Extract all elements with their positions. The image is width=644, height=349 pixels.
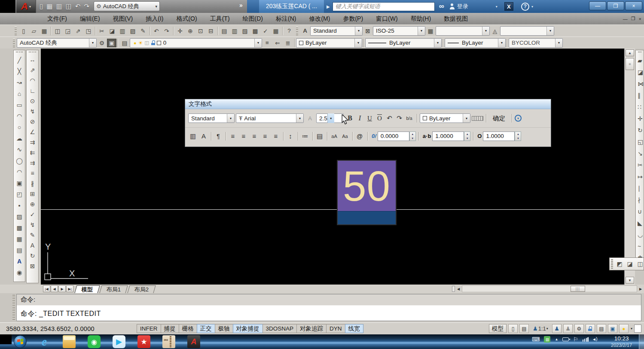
dimension-button-8[interactable]: ∠ xyxy=(28,127,37,137)
model-space-button[interactable]: 模型 xyxy=(489,324,507,333)
paragraph-tool-0[interactable]: ▥ xyxy=(188,131,198,141)
status-toggle-7[interactable]: 对象追踪 xyxy=(296,324,326,333)
dimension-button-7[interactable]: ⊘ xyxy=(28,116,37,127)
modify-button-12[interactable]: ↦ xyxy=(636,171,644,182)
menu-item-4[interactable]: 格式(O) xyxy=(170,13,203,24)
mtext-editor-area[interactable]: 50 xyxy=(338,161,396,211)
draw-button-16[interactable]: ▦ xyxy=(15,233,24,245)
toolbar-button-24[interactable]: ▥ xyxy=(229,26,240,36)
chevron-down-icon[interactable]: ▾ xyxy=(227,114,234,122)
quick-view-drawings-icon[interactable]: ▤ xyxy=(519,324,529,333)
modify-button-8[interactable]: ◱ xyxy=(636,136,644,147)
chevron-down-icon[interactable]: ▾ xyxy=(354,39,362,47)
dimension-button-25[interactable]: ⊠ xyxy=(28,261,37,271)
mleader-style-combo[interactable]: ▾ xyxy=(500,26,554,36)
status-toggle-8[interactable]: DYN xyxy=(326,324,345,333)
draw-button-17[interactable]: ▤ xyxy=(15,245,24,256)
dimension-button-22[interactable]: ✎ xyxy=(28,230,37,240)
format-button-6[interactable]: b/a xyxy=(404,113,414,123)
annotation-visibility-icon[interactable]: ♟ xyxy=(552,324,562,333)
draworder-button-2[interactable]: ◫ xyxy=(635,259,644,269)
help-icon[interactable]: ? xyxy=(521,3,529,11)
qat-button-3[interactable]: ◫ xyxy=(66,3,72,10)
toolbar-button-0[interactable]: ▯ xyxy=(18,26,29,36)
restore-button[interactable]: ❐ xyxy=(607,1,624,10)
qat-button-4[interactable]: ↶ xyxy=(75,3,81,10)
chevron-down-icon[interactable]: ▾ xyxy=(418,27,425,35)
dimension-button-17[interactable]: ⊞ xyxy=(28,189,37,199)
battery-icon[interactable] xyxy=(562,337,569,341)
dimension-button-23[interactable]: A xyxy=(28,240,37,251)
menu-item-11[interactable]: 帮助(H) xyxy=(404,13,437,24)
draw-button-3[interactable]: ⌂ xyxy=(15,88,24,99)
dimension-button-11[interactable]: ⇇ xyxy=(28,147,37,158)
tracking-input[interactable]: 1.0000 xyxy=(432,132,464,141)
draw-button-5[interactable]: ◠ xyxy=(15,110,24,122)
status-toggle-0[interactable]: INFER xyxy=(137,324,161,333)
clean-screen-box[interactable] xyxy=(634,325,641,333)
dialog-title[interactable]: 文字格式 xyxy=(185,99,551,109)
doc-restore-icon[interactable]: ❐ xyxy=(631,16,635,21)
chevron-down-icon[interactable]: ▾ xyxy=(434,39,441,47)
horizontal-scroll-thumb[interactable]: ||| xyxy=(571,286,585,292)
toolbar-button-13[interactable]: ✎ xyxy=(138,26,148,36)
dimension-button-3[interactable]: ∟ xyxy=(28,86,37,96)
qat-button-2[interactable]: ▥ xyxy=(56,3,62,10)
format-button-3[interactable]: O xyxy=(375,113,385,123)
chevron-down-icon[interactable]: ▾ xyxy=(555,39,562,47)
chevron-down-icon[interactable]: ▾ xyxy=(327,113,334,123)
tracking-spinner[interactable]: ▲▼ xyxy=(464,132,470,141)
menu-item-12[interactable]: 数据视图 xyxy=(437,13,474,24)
draw-button-7[interactable]: ☁ xyxy=(15,133,24,144)
ok-button[interactable]: 确定 xyxy=(489,113,509,123)
modify-button-7[interactable]: ↻ xyxy=(636,124,644,136)
status-toggle-9[interactable]: 线宽 xyxy=(345,324,363,333)
modify-button-19[interactable]: ◡ xyxy=(636,229,644,240)
paragraph-tool-9[interactable]: ≡ xyxy=(271,131,281,141)
draworder-button-1[interactable]: ◪ xyxy=(625,259,635,269)
internet-explorer-icon[interactable]: e xyxy=(38,335,51,348)
horizontal-line-entity[interactable] xyxy=(41,209,624,210)
toolbar-button-5[interactable]: ◲ xyxy=(63,26,73,36)
network-signal-icon[interactable] xyxy=(583,337,589,342)
ruler-icon[interactable] xyxy=(472,116,483,121)
command-current-line[interactable]: 命令: _TEDIT TEXTEDIT xyxy=(17,308,641,320)
dimension-button-6[interactable]: ↯ xyxy=(28,106,37,116)
draw-button-13[interactable]: ▪ xyxy=(15,200,24,211)
dimension-button-1[interactable]: ⇗ xyxy=(28,65,37,75)
keyboard-tray-icon[interactable]: ⌨ xyxy=(532,336,540,343)
dimension-button-2[interactable]: ◠ xyxy=(28,75,37,86)
modify-button-14[interactable]: ∣ xyxy=(636,182,644,194)
chevron-down-icon[interactable]: ▾ xyxy=(355,27,362,35)
layer-properties-manager-icon[interactable]: ▤ xyxy=(119,38,130,48)
archiver-360zip-icon[interactable]: 360 xyxy=(162,335,175,348)
make-layer-current-icon[interactable]: ≡ xyxy=(262,38,272,48)
table-style-combo[interactable]: ▾ xyxy=(436,26,490,36)
workspace-switcher[interactable]: ⚙ AutoCAD 经典 ▾ xyxy=(94,1,160,11)
dimension-button-14[interactable]: ≡ xyxy=(28,168,37,178)
autocad-taskbar-icon[interactable]: A xyxy=(187,335,200,348)
toolbar-grip[interactable] xyxy=(16,52,23,53)
draw-button-4[interactable]: ▭ xyxy=(15,99,24,110)
dlg-text-height-combo[interactable]: 2.5 ▾ xyxy=(316,113,344,123)
toolbar-button-27[interactable]: ✓ xyxy=(260,26,271,36)
dimension-button-15[interactable]: ∦ xyxy=(28,178,37,189)
hardware-acceleration-icon[interactable]: ▤ xyxy=(597,324,606,333)
application-menu-button[interactable]: A ▾ xyxy=(16,0,36,13)
draw-button-19[interactable]: ◉ xyxy=(15,267,24,278)
layer-combo[interactable]: ● ☀ ◫ 0 ▾ xyxy=(130,38,262,48)
chevron-down-icon[interactable]: ▾ xyxy=(254,39,262,47)
paragraph-tool-18[interactable]: Aa xyxy=(340,131,350,141)
usb-tray-icon[interactable]: ▥ xyxy=(544,336,550,343)
menu-item-3[interactable]: 插入(I) xyxy=(139,13,170,24)
layer-on-bulb-icon[interactable]: ● xyxy=(134,40,137,46)
draw-button-18[interactable]: A xyxy=(15,256,24,267)
draw-button-15[interactable]: ▩ xyxy=(15,222,24,233)
dlg-font-combo[interactable]: Ŧ Arial ▾ xyxy=(236,113,304,123)
layer-states-icon[interactable]: ≣ xyxy=(283,38,293,48)
toolbar-button-30[interactable]: ? xyxy=(284,26,294,36)
workspace-settings-icon[interactable]: ⚙ xyxy=(97,38,107,48)
quick-view-layouts-icon[interactable]: ▯ xyxy=(508,324,518,333)
modify-button-18[interactable]: ◣ xyxy=(636,217,644,229)
dimension-button-0[interactable]: ↔ xyxy=(28,55,37,65)
